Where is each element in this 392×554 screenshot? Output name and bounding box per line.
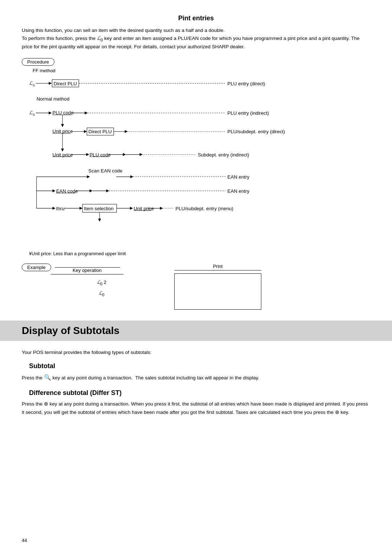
intro-line1: Using this function, you can sell an ite…: [22, 28, 225, 33]
svg-marker-24: [84, 130, 87, 133]
svg-text:ℒ: ℒ: [29, 80, 33, 86]
svg-marker-49: [130, 175, 133, 178]
key-operation-header: Key operation: [51, 268, 123, 274]
svg-marker-67: [79, 207, 82, 209]
intro-line2: To perform this function, press the ℒ0 k…: [22, 36, 360, 50]
svg-marker-71: [98, 219, 101, 221]
svg-text:Normal method: Normal method: [37, 96, 70, 102]
svg-marker-59: [106, 189, 109, 192]
subtotal-text: Press the 🔍 key at any point during a tr…: [22, 373, 370, 382]
differ-text: Press the ⊛ key at any point during a tr…: [22, 400, 370, 416]
svg-marker-42: [140, 153, 143, 156]
svg-marker-32: [61, 148, 64, 151]
svg-text:Scan EAN code: Scan EAN code: [89, 168, 123, 173]
svg-text:EAN entry: EAN entry: [228, 188, 250, 194]
footnote: ¥Unit price: Less than a programmed uppe…: [29, 251, 370, 256]
svg-marker-64: [53, 207, 56, 209]
section-banner: Display of Subtotals: [0, 321, 392, 341]
print-box: [174, 273, 261, 310]
svg-marker-73: [130, 207, 133, 209]
section-title: Display of Subtotals: [22, 325, 119, 336]
ff-method-label: FF method: [33, 68, 370, 73]
svg-marker-47: [87, 175, 90, 178]
svg-marker-77: [160, 207, 163, 209]
svg-marker-40: [123, 153, 126, 156]
key-operation-items: ℒ0 2 ℒ0: [44, 277, 160, 300]
svg-text:thru: thru: [56, 206, 65, 211]
svg-marker-16: [85, 111, 87, 114]
subtotal-intro: Your POS terminal provides the following…: [22, 350, 370, 355]
svg-text:0: 0: [33, 113, 34, 117]
svg-marker-12: [49, 111, 52, 114]
svg-text:Subdept. entry (indirect): Subdept. entry (indirect): [198, 152, 249, 158]
svg-marker-28: [125, 130, 128, 133]
svg-text:0: 0: [33, 83, 34, 87]
example-label: Example: [22, 264, 51, 271]
pint-section: Pint entries Using this function, you ca…: [22, 15, 370, 310]
procedure-label: Procedure: [22, 58, 54, 66]
differ-heading: Difference subtotal (Differ ST): [29, 389, 370, 397]
subtotals-section: Your POS terminal provides the following…: [22, 350, 370, 416]
flow-diagram: ℒ0 Direct PLU PLU entry (direct) Normal …: [25, 75, 374, 249]
print-header: Print: [174, 264, 261, 270]
subtotal-heading: Subtotal: [29, 362, 370, 370]
svg-marker-57: [90, 189, 93, 192]
svg-marker-36: [86, 153, 89, 156]
svg-text:PLU entry (indirect): PLU entry (indirect): [228, 110, 269, 116]
key-op-line1: ℒ0 2: [44, 277, 160, 288]
svg-text:Item selection: Item selection: [84, 206, 114, 211]
svg-marker-3: [49, 82, 52, 85]
svg-text:EAN entry: EAN entry: [228, 174, 250, 180]
key-op-line2: ℒ0: [44, 288, 160, 299]
svg-text:Direct PLU: Direct PLU: [89, 129, 112, 134]
example-section: Example Key operation ℒ0 2 ℒ0 Print: [22, 264, 370, 310]
page-number: 44: [22, 538, 27, 543]
procedure-section: Procedure FF method ℒ0 Direct PLU PLU en…: [22, 58, 370, 256]
svg-text:PLU entry (direct): PLU entry (direct): [228, 81, 265, 86]
pint-title: Pint entries: [22, 15, 370, 22]
svg-text:PLU/subdept. entry (menu): PLU/subdept. entry (menu): [176, 206, 233, 211]
svg-marker-20: [61, 124, 64, 127]
svg-text:ℒ: ℒ: [29, 110, 33, 115]
svg-text:PLU/subdept. entry (direct): PLU/subdept. entry (direct): [228, 129, 285, 134]
svg-marker-53: [53, 189, 56, 192]
intro-text: Using this function, you can sell an ite…: [22, 27, 370, 51]
svg-text:Direct PLU: Direct PLU: [54, 81, 77, 86]
